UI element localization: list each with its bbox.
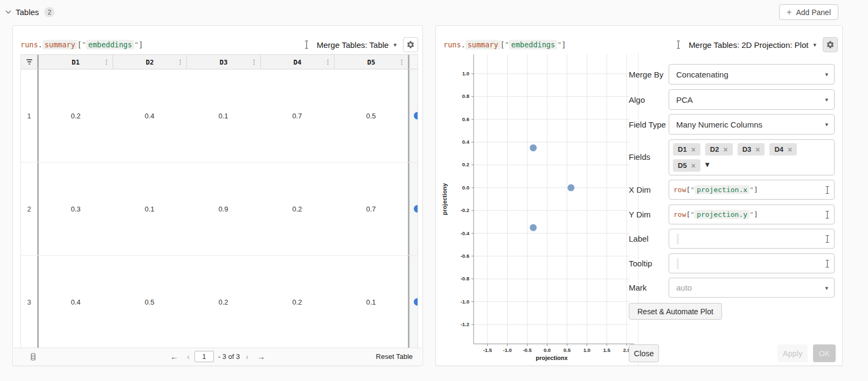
svg-text:0.0: 0.0 — [462, 185, 469, 190]
table-expression-editor[interactable]: runs.summary["embeddings"] — [20, 40, 143, 49]
y-dim-label: Y Dim — [629, 204, 668, 224]
x-dim-expression: row["projection.x"] — [673, 186, 758, 194]
projection-panel-header: runs.summary["embeddings"] Merge Tables:… — [443, 37, 838, 53]
field-tag-d4: D4× — [769, 143, 797, 156]
svg-text:1.0: 1.0 — [584, 347, 591, 353]
pagination: ← ‹ - 3 of 3 › → — [13, 351, 422, 362]
merge-by-value: Concatenating — [676, 70, 728, 79]
column-header-d2: D2⋮ — [113, 55, 186, 69]
prev-page-button[interactable]: ‹ — [183, 352, 193, 361]
mark-label: Mark — [629, 278, 668, 298]
table-cell: 0.2 — [39, 69, 113, 162]
remove-field-icon[interactable]: × — [691, 146, 696, 153]
svg-text:-1.0: -1.0 — [503, 347, 512, 353]
column-headers: D1⋮D2⋮D3⋮D4⋮D5⋮ — [39, 55, 408, 69]
filter-header-cell[interactable] — [21, 55, 37, 69]
field-tag-d1: D1× — [673, 143, 700, 156]
table-row: 30.40.50.20.20.1 — [21, 255, 418, 348]
field-tag-d5: D5× — [673, 159, 700, 172]
svg-text:0.8: 0.8 — [462, 93, 469, 99]
label-field-label: Label — [629, 229, 668, 249]
panel-mode-dropdown[interactable]: Merge Tables: Table — [317, 40, 389, 50]
add-panel-button[interactable]: + Add Panel — [779, 4, 838, 20]
column-menu-icon[interactable]: ⋮ — [323, 59, 332, 66]
svg-text:1.0: 1.0 — [462, 70, 469, 76]
svg-text:-0.4: -0.4 — [461, 230, 470, 236]
tables-section-toggle[interactable]: Tables 2 — [5, 7, 54, 17]
panel-settings-button[interactable] — [403, 37, 418, 52]
code-token: [ — [501, 40, 505, 49]
row-color-dot — [414, 112, 418, 119]
mark-placeholder: auto — [676, 283, 692, 292]
merge-by-select[interactable]: Concatenating ▾ — [669, 64, 835, 84]
table-cell: 0.4 — [113, 69, 186, 162]
table-cell: 0.2 — [260, 256, 334, 348]
field-type-select[interactable]: Many Numeric Columns ▾ — [669, 114, 835, 135]
row-index: 3 — [21, 256, 37, 348]
x-dim-label: X Dim — [629, 180, 668, 200]
column-menu-icon[interactable]: ⋮ — [397, 59, 406, 66]
projection-expression-editor[interactable]: runs.summary["embeddings"] — [443, 40, 566, 49]
column-header-d5: D5⋮ — [334, 55, 408, 69]
text-cursor-icon — [825, 186, 830, 194]
mark-select[interactable]: auto ▾ — [669, 278, 835, 298]
first-page-button[interactable]: ← — [165, 352, 183, 361]
filter-icon — [26, 59, 32, 65]
table-cell: 0.5 — [113, 256, 186, 348]
algo-select[interactable]: PCA ▾ — [669, 89, 835, 110]
column-menu-icon[interactable]: ⋮ — [102, 59, 111, 66]
reset-automate-plot-button[interactable]: Reset & Automate Plot — [629, 303, 722, 320]
text-cursor-icon — [825, 235, 830, 243]
tooltip-field-label: Tooltip — [629, 253, 668, 273]
apply-button[interactable]: Apply — [777, 344, 808, 362]
table-footer: ← ‹ - 3 of 3 › → Reset Table — [13, 348, 422, 365]
remove-field-icon[interactable]: × — [691, 162, 696, 170]
tooltip-input[interactable] — [669, 253, 835, 273]
table-cell: 0.1 — [113, 163, 186, 255]
code-token: [ — [78, 40, 82, 49]
column-menu-icon[interactable]: ⋮ — [176, 59, 185, 66]
last-page-button[interactable]: → — [252, 352, 270, 361]
x-dim-input[interactable]: row["projection.x"] — [669, 180, 835, 200]
panel-mode-dropdown[interactable]: Merge Tables: 2D Projection: Plot — [689, 40, 808, 50]
table-body: 10.20.40.10.70.520.30.10.90.20.730.40.50… — [21, 69, 418, 348]
remove-field-icon[interactable]: × — [723, 146, 727, 153]
table-row: 20.30.10.90.20.7 — [21, 162, 418, 255]
fields-label: Fields — [629, 139, 668, 174]
label-input[interactable] — [669, 229, 835, 249]
remove-field-icon[interactable]: × — [788, 146, 792, 153]
table-row: 10.20.40.10.70.5 — [21, 69, 418, 162]
close-button[interactable]: Close — [629, 344, 659, 362]
scatter-plot: 1.00.80.60.40.20.0-0.2-0.4-0.6-0.8-1.0-1… — [440, 52, 637, 366]
reset-table-button[interactable]: Reset Table — [376, 352, 413, 361]
svg-text:-0.6: -0.6 — [461, 253, 469, 259]
svg-text:0.2: 0.2 — [462, 161, 469, 167]
page-number-input[interactable] — [195, 351, 214, 362]
column-menu-icon[interactable]: ⋮ — [249, 59, 259, 66]
table-cell: 0.1 — [186, 69, 260, 162]
code-token: runs — [20, 40, 38, 49]
code-token: ] — [754, 210, 758, 218]
next-page-button[interactable]: › — [242, 352, 252, 361]
svg-text:-1.5: -1.5 — [483, 347, 492, 353]
code-token: . — [38, 40, 43, 49]
projection-panel: runs.summary["embeddings"] Merge Tables:… — [435, 25, 843, 366]
svg-text:0.6: 0.6 — [462, 116, 469, 122]
svg-text:0.0: 0.0 — [544, 347, 551, 353]
column-header-label: D2 — [145, 58, 154, 66]
ok-button[interactable]: OK — [813, 344, 836, 362]
code-token: " — [690, 186, 695, 194]
row-index: 1 — [21, 69, 37, 162]
fields-multiselect[interactable]: D1×D2×D3×D4×D5×▾ — [669, 139, 835, 175]
plus-icon: + — [787, 8, 791, 17]
section-title: Tables — [16, 8, 39, 17]
code-token: embeddings — [509, 40, 557, 50]
column-header-label: D1 — [72, 58, 80, 66]
column-header-label: D4 — [293, 58, 301, 66]
caret-down-icon: ▾ — [393, 41, 397, 48]
remove-field-icon[interactable]: × — [755, 146, 760, 153]
panel-settings-button[interactable] — [823, 37, 838, 52]
row-index: 2 — [21, 163, 37, 255]
column-header-d3: D3⋮ — [186, 55, 260, 69]
y-dim-input[interactable]: row["projection.y"] — [669, 204, 835, 224]
